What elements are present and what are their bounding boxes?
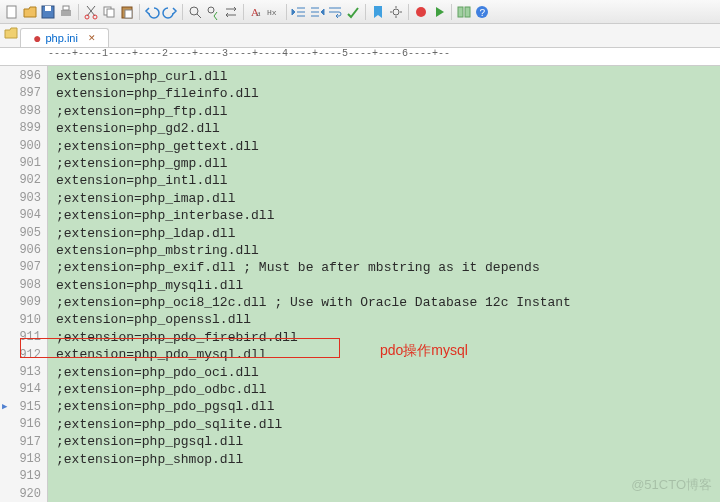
open-icon[interactable] [22,4,38,20]
svg-text:Hx: Hx [267,8,277,17]
code-line[interactable]: ;extension=php_shmop.dll [56,451,720,468]
code-line[interactable]: extension=php_mbstring.dll [56,242,720,259]
line-number: 914 [0,381,41,398]
config-icon[interactable] [388,4,404,20]
line-number: 897 [0,85,41,102]
close-tab-icon[interactable]: ✕ [88,33,96,43]
code-line[interactable]: ;extension=php_pdo_sqlite.dll [56,416,720,433]
new-file-icon[interactable] [4,4,20,20]
code-line[interactable] [56,468,720,485]
code-line[interactable]: ;extension=php_ftp.dll [56,103,720,120]
code-line[interactable]: ;extension=php_pdo_odbc.dll [56,381,720,398]
line-number: 912 [0,347,41,364]
tab-filename: php.ini [45,32,77,44]
code-line[interactable]: extension=php_fileinfo.dll [56,85,720,102]
line-number: 916 [0,416,41,433]
ruler-text: ----+----1----+----2----+----3----+----4… [48,48,450,59]
line-number: 902 [0,172,41,189]
svg-text:?: ? [480,8,486,19]
line-number: 900 [0,138,41,155]
separator [139,4,140,20]
line-number: 907 [0,259,41,276]
find-next-icon[interactable] [205,4,221,20]
code-line[interactable]: ;extension=php_interbase.dll [56,207,720,224]
file-tab[interactable]: ● php.ini ✕ [20,28,109,47]
separator [182,4,183,20]
svg-point-16 [393,9,399,15]
svg-point-17 [416,7,426,17]
svg-rect-0 [7,6,16,18]
line-number: 903 [0,190,41,207]
folder-icon[interactable] [4,27,18,39]
code-line[interactable]: ;extension=php_gmp.dll [56,155,720,172]
code-content[interactable]: extension=php_curl.dllextension=php_file… [48,66,720,502]
save-icon[interactable] [40,4,56,20]
line-number: 898 [0,103,41,120]
separator [78,4,79,20]
separator [408,4,409,20]
bookmark-icon[interactable] [370,4,386,20]
code-line[interactable]: ;extension=php_imap.dll [56,190,720,207]
line-number: 904 [0,207,41,224]
separator [365,4,366,20]
separator [243,4,244,20]
line-number: 899 [0,120,41,137]
line-number: 896 [0,68,41,85]
editor-area: 8968978988999009019029039049059069079089… [0,66,720,502]
code-line[interactable]: ;extension=php_gettext.dll [56,138,720,155]
help-icon[interactable]: ? [474,4,490,20]
main-toolbar: Aa Hx ? [0,0,720,24]
svg-rect-10 [125,10,132,18]
code-line[interactable]: extension=php_gd2.dll [56,120,720,137]
wrap-icon[interactable] [327,4,343,20]
code-line[interactable]: extension=php_intl.dll [56,172,720,189]
code-line[interactable]: ;extension=php_pgsql.dll [56,433,720,450]
replace-icon[interactable] [223,4,239,20]
code-line[interactable]: ;extension=php_exif.dll ; Must be after … [56,259,720,276]
macro-play-icon[interactable] [431,4,447,20]
line-number: 920 [0,486,41,502]
code-line[interactable] [56,485,720,502]
code-line[interactable]: extension=php_curl.dll [56,68,720,85]
hex-icon[interactable]: Hx [266,4,282,20]
svg-rect-3 [61,10,71,16]
code-line[interactable]: ;extension=php_pdo_oci.dll [56,364,720,381]
code-line[interactable]: ;extension=php_pdo_firebird.dll [56,329,720,346]
line-number: 919 [0,468,41,485]
code-line[interactable]: ;extension=php_pdo_pgsql.dll [56,398,720,415]
svg-point-11 [190,7,198,15]
line-number: 913 [0,364,41,381]
separator [286,4,287,20]
copy-icon[interactable] [101,4,117,20]
spellcheck-icon[interactable] [345,4,361,20]
cut-icon[interactable] [83,4,99,20]
svg-rect-18 [458,7,463,17]
code-line[interactable]: extension=php_openssl.dll [56,311,720,328]
tab-bar: ● php.ini ✕ [0,24,720,48]
undo-icon[interactable] [144,4,160,20]
line-number: 908 [0,277,41,294]
code-line[interactable]: ;extension=php_ldap.dll [56,225,720,242]
paste-icon[interactable] [119,4,135,20]
redo-icon[interactable] [162,4,178,20]
line-number: 915▶ [0,399,41,416]
code-line[interactable]: extension=php_mysqli.dll [56,277,720,294]
indent-left-icon[interactable] [291,4,307,20]
line-number: 909 [0,294,41,311]
compare-icon[interactable] [456,4,472,20]
indent-right-icon[interactable] [309,4,325,20]
line-number: 910 [0,312,41,329]
macro-rec-icon[interactable] [413,4,429,20]
code-line[interactable]: ;extension=php_oci8_12c.dll ; Use with O… [56,294,720,311]
format-a-icon[interactable]: Aa [248,4,264,20]
separator [451,4,452,20]
svg-rect-19 [465,7,470,17]
svg-text:a: a [257,9,261,18]
svg-rect-4 [63,6,69,10]
svg-rect-8 [107,9,114,17]
svg-rect-2 [45,6,51,11]
find-icon[interactable] [187,4,203,20]
code-line[interactable]: extension=php_pdo_mysql.dll [56,346,720,363]
print-icon[interactable] [58,4,74,20]
line-number: 911 [0,329,41,346]
